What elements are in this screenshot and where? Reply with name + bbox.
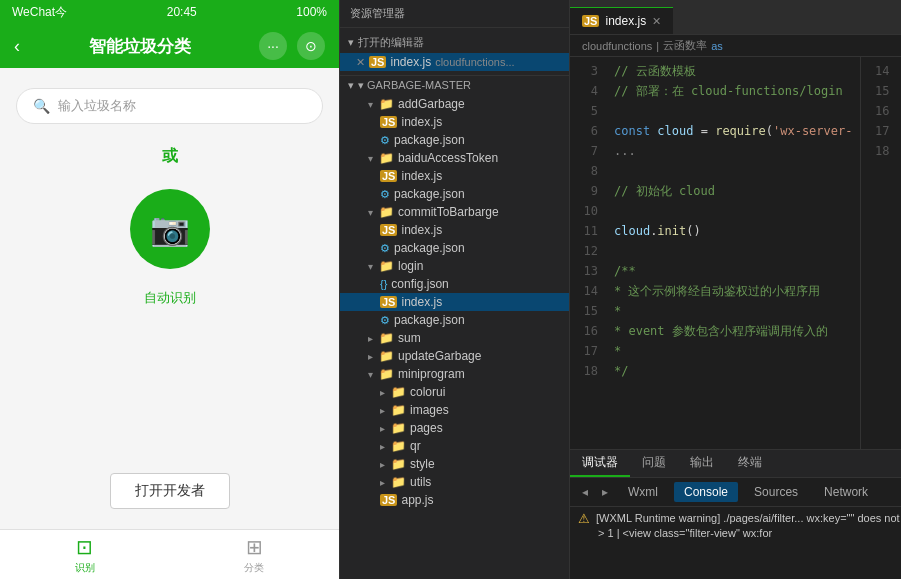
debug-toolbar: ◂ ▸ Wxml Console Sources Network 🚫 top 👁… [570,478,901,507]
open-dev-button[interactable]: 打开开发者 [110,473,230,509]
phone-body: 🔍 输入垃圾名称 或 📷 自动识别 打开开发者 [0,68,339,529]
file-addGarbage-index[interactable]: JS index.js [340,113,569,131]
line-numbers-right: 14 15 16 17 18 [861,57,897,165]
phone-status-bar: WeChat今 20:45 100% [0,0,339,24]
folder-name: addGarbage [398,97,465,111]
debug-back-btn[interactable]: ◂ [578,483,592,501]
json-icon: ⚙ [380,242,390,255]
folder-baiduAccessToken[interactable]: ▾ 📁 baiduAccessToken [340,149,569,167]
folder-chevron: ▸ [368,333,373,344]
code-content[interactable]: // 云函数模板 // 部署：在 cloud-functions/login c… [606,57,860,449]
file-commit-pkg[interactable]: ⚙ package.json [340,239,569,257]
debug-subtab-sources[interactable]: Sources [744,482,808,502]
folder-sum[interactable]: ▸ 📁 sum [340,329,569,347]
debug-tabs: 调试器 问题 输出 终端 [570,450,901,478]
scan-button[interactable]: ⊙ [297,32,325,60]
file-commit-index[interactable]: JS index.js [340,221,569,239]
folder-style[interactable]: ▸ 📁 style [340,455,569,473]
folder-updateGarbage[interactable]: ▸ 📁 updateGarbage [340,347,569,365]
folder-icon: 📁 [391,439,406,453]
folder-chevron: ▾ [368,99,373,110]
code-area: 3 4 5 6 7 8 9 10 11 12 13 14 15 16 17 18… [570,57,901,449]
folder-icon: 📁 [391,457,406,471]
folder-pages[interactable]: ▸ 📁 pages [340,419,569,437]
debug-tab-debugger[interactable]: 调试器 [570,450,630,477]
file-name: app.js [401,493,433,507]
code-content-right[interactable]: exports.main = (event, context) console.… [897,57,901,165]
folder-icon: 📁 [379,331,394,345]
file-baidu-index[interactable]: JS index.js [340,167,569,185]
file-login-config[interactable]: {} config.json [340,275,569,293]
file-addGarbage-pkg[interactable]: ⚙ package.json [340,131,569,149]
file-app-js[interactable]: JS app.js [340,491,569,509]
js-icon: JS [380,170,397,182]
battery-label: 100% [296,5,327,19]
folder-miniprogram[interactable]: ▾ 📁 miniprogram [340,365,569,383]
classify-icon: ⊞ [246,535,263,559]
file-baidu-pkg[interactable]: ⚙ package.json [340,185,569,203]
auto-label: 自动识别 [144,289,196,307]
search-icon: 🔍 [33,98,50,114]
back-icon[interactable]: ‹ [14,36,20,57]
carrier-label: WeChat今 [12,4,67,21]
folder-icon: 📁 [379,259,394,273]
phone-app-header: ‹ 智能垃圾分类 ··· ⊙ [0,24,339,68]
close-icon[interactable]: ✕ [356,56,365,69]
folder-chevron: ▸ [380,477,385,488]
tab-item-classify[interactable]: ⊞ 分类 [170,535,340,575]
warning-icon: ⚠ [578,511,590,526]
folder-chevron: ▸ [380,441,385,452]
file-name: package.json [394,187,465,201]
editor-tabs: JS index.js ✕ [570,0,901,35]
folder-images[interactable]: ▸ 📁 images [340,401,569,419]
folder-name: commitToBarbarge [398,205,499,219]
breadcrumb-sep: | [656,40,659,52]
folder-login[interactable]: ▾ 📁 login [340,257,569,275]
file-name: index.js [401,169,442,183]
code-line: * [614,301,852,321]
folder-commitToBarbarge[interactable]: ▾ 📁 commitToBarbarge [340,203,569,221]
debug-subtab-wxml[interactable]: Wxml [618,482,668,502]
more-button[interactable]: ··· [259,32,287,60]
root-text: ▾ GARBAGE-MASTER [358,79,471,92]
editor-tab-index[interactable]: JS index.js ✕ [570,7,673,34]
open-file-name: index.js [390,55,431,69]
file-login-index[interactable]: JS index.js [340,293,569,311]
header-icons: ··· ⊙ [259,32,325,60]
js-icon: JS [380,296,397,308]
code-line: // 部署：在 cloud-functions/login [614,81,852,101]
warning-line-2: > 1 | <view class="filter-view" wx:for [598,526,901,541]
folder-qr[interactable]: ▸ 📁 qr [340,437,569,455]
debug-tab-problems[interactable]: 问题 [630,450,678,477]
open-editors-chevron: ▾ [348,36,354,49]
folder-icon: 📁 [379,151,394,165]
file-name: config.json [391,277,448,291]
debug-tab-output[interactable]: 输出 [678,450,726,477]
tab-label-classify: 分类 [244,561,264,575]
debug-subtab-network[interactable]: Network [814,482,878,502]
tab-item-recognize[interactable]: ⊡ 识别 [0,535,170,575]
open-file-path: cloudfunctions... [435,56,515,68]
open-file-item[interactable]: ✕ JS index.js cloudfunctions... [340,53,569,71]
folder-utils[interactable]: ▸ 📁 utils [340,473,569,491]
debug-tab-terminal[interactable]: 终端 [726,450,774,477]
folder-colorui[interactable]: ▸ 📁 colorui [340,383,569,401]
folder-icon: 📁 [391,475,406,489]
tab-close-icon[interactable]: ✕ [652,15,661,28]
debug-subtab-console[interactable]: Console [674,482,738,502]
folder-icon: 📁 [379,205,394,219]
search-box[interactable]: 🔍 输入垃圾名称 [16,88,323,124]
camera-icon: 📷 [150,210,190,248]
folder-name: updateGarbage [398,349,481,363]
folder-chevron: ▸ [380,387,385,398]
folder-addGarbage[interactable]: ▾ 📁 addGarbage [340,95,569,113]
file-login-pkg[interactable]: ⚙ package.json [340,311,569,329]
debug-forward-btn[interactable]: ▸ [598,483,612,501]
root-chevron: ▾ [348,79,354,92]
folder-name: qr [410,439,421,453]
or-divider: 或 [162,146,178,167]
folder-icon: 📁 [379,349,394,363]
camera-button[interactable]: 📷 [130,189,210,269]
folder-chevron: ▸ [368,351,373,362]
folder-name: images [410,403,449,417]
